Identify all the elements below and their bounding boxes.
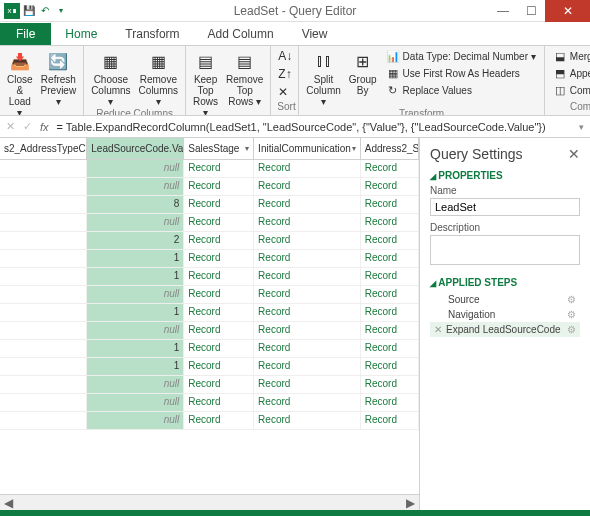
replace-values-button[interactable]: ↻Replace Values: [384, 82, 538, 98]
cell[interactable]: Record: [254, 250, 361, 267]
dropdown-icon[interactable]: ▾: [54, 4, 68, 18]
column-header[interactable]: s2_AddressTypeCo...▾: [0, 138, 87, 159]
cell[interactable]: Record: [254, 376, 361, 393]
cell[interactable]: [0, 394, 87, 411]
cell[interactable]: Record: [361, 412, 419, 429]
cell[interactable]: Record: [361, 214, 419, 231]
formula-dropdown-icon[interactable]: ▾: [579, 122, 584, 132]
append-queries-button[interactable]: ⬒Append Que: [551, 65, 590, 81]
save-icon[interactable]: 💾: [22, 4, 36, 18]
cell[interactable]: Record: [254, 196, 361, 213]
cell[interactable]: Record: [254, 304, 361, 321]
cell[interactable]: Record: [254, 286, 361, 303]
table-row[interactable]: nullRecordRecordRecord: [0, 214, 419, 232]
table-row[interactable]: 1RecordRecordRecord: [0, 268, 419, 286]
sort-asc-button[interactable]: A↓: [277, 48, 293, 64]
cell[interactable]: Record: [184, 286, 254, 303]
cell[interactable]: null: [87, 412, 184, 429]
table-row[interactable]: nullRecordRecordRecord: [0, 394, 419, 412]
table-row[interactable]: 8RecordRecordRecord: [0, 196, 419, 214]
close-load-button[interactable]: 📥Close & Load ▾: [6, 48, 34, 116]
cell[interactable]: [0, 196, 87, 213]
cell[interactable]: Record: [361, 394, 419, 411]
cell[interactable]: null: [87, 322, 184, 339]
column-header[interactable]: SalesStage▾: [184, 138, 254, 159]
cell[interactable]: [0, 376, 87, 393]
table-row[interactable]: 1RecordRecordRecord: [0, 358, 419, 376]
table-row[interactable]: nullRecordRecordRecord: [0, 322, 419, 340]
cell[interactable]: Record: [184, 322, 254, 339]
table-row[interactable]: nullRecordRecordRecord: [0, 376, 419, 394]
cell[interactable]: Record: [361, 196, 419, 213]
cell[interactable]: [0, 358, 87, 375]
table-row[interactable]: nullRecordRecordRecord: [0, 178, 419, 196]
column-header[interactable]: LeadSourceCode.Value▾: [87, 138, 184, 159]
data-type-button[interactable]: 📊Data Type: Decimal Number ▾: [384, 48, 538, 64]
gear-icon[interactable]: ⚙: [567, 294, 576, 305]
combine-binaries-button[interactable]: ◫Combine Bin: [551, 82, 590, 98]
table-row[interactable]: nullRecordRecordRecord: [0, 412, 419, 430]
table-row[interactable]: 1RecordRecordRecord: [0, 304, 419, 322]
remove-columns-button[interactable]: ▦Remove Columns ▾: [138, 48, 179, 108]
cell[interactable]: [0, 268, 87, 285]
cell[interactable]: [0, 178, 87, 195]
cell[interactable]: Record: [254, 160, 361, 177]
cell[interactable]: [0, 286, 87, 303]
cell[interactable]: Record: [254, 214, 361, 231]
applied-step[interactable]: ✕Expand LeadSourceCode⚙: [430, 322, 580, 337]
cell[interactable]: 1: [87, 304, 184, 321]
gear-icon[interactable]: ⚙: [567, 309, 576, 320]
cell[interactable]: [0, 412, 87, 429]
tab-add-column[interactable]: Add Column: [194, 23, 288, 45]
remove-rows-button[interactable]: ▤Remove Top Rows ▾: [225, 48, 264, 108]
fx-icon[interactable]: fx: [40, 121, 49, 133]
cell[interactable]: Record: [184, 268, 254, 285]
delete-step-icon[interactable]: ✕: [434, 324, 442, 335]
cell[interactable]: Record: [184, 412, 254, 429]
maximize-button[interactable]: ☐: [517, 0, 545, 22]
gear-icon[interactable]: ⚙: [567, 324, 576, 335]
cell[interactable]: Record: [184, 304, 254, 321]
cell[interactable]: [0, 304, 87, 321]
table-row[interactable]: nullRecordRecordRecord: [0, 160, 419, 178]
cell[interactable]: Record: [254, 322, 361, 339]
cell[interactable]: null: [87, 178, 184, 195]
close-button[interactable]: ✕: [545, 0, 590, 22]
properties-header[interactable]: PROPERTIES: [430, 170, 580, 181]
table-row[interactable]: 2RecordRecordRecord: [0, 232, 419, 250]
cell[interactable]: Record: [254, 394, 361, 411]
group-by-button[interactable]: ⊞Group By: [348, 48, 378, 97]
table-row[interactable]: 1RecordRecordRecord: [0, 250, 419, 268]
cell[interactable]: 1: [87, 340, 184, 357]
horizontal-scrollbar[interactable]: ◀ ▶: [0, 494, 419, 510]
cell[interactable]: [0, 322, 87, 339]
cell[interactable]: Record: [184, 358, 254, 375]
first-row-headers-button[interactable]: ▦Use First Row As Headers: [384, 65, 538, 81]
cell[interactable]: 1: [87, 250, 184, 267]
tab-file[interactable]: File: [0, 23, 51, 45]
column-filter-icon[interactable]: ▾: [352, 144, 356, 153]
keep-rows-button[interactable]: ▤Keep Top Rows ▾: [192, 48, 219, 116]
cell[interactable]: null: [87, 214, 184, 231]
cell[interactable]: Record: [184, 394, 254, 411]
cell[interactable]: Record: [184, 160, 254, 177]
cell[interactable]: Record: [184, 250, 254, 267]
query-description-input[interactable]: [430, 235, 580, 265]
column-header[interactable]: Address2_Sh▾: [361, 138, 419, 159]
cell[interactable]: [0, 214, 87, 231]
minimize-button[interactable]: —: [489, 0, 517, 22]
table-row[interactable]: 1RecordRecordRecord: [0, 340, 419, 358]
cell[interactable]: Record: [361, 340, 419, 357]
cell[interactable]: Record: [254, 340, 361, 357]
cell[interactable]: Record: [254, 268, 361, 285]
cell[interactable]: null: [87, 160, 184, 177]
cell[interactable]: Record: [254, 358, 361, 375]
applied-step[interactable]: Source⚙: [430, 292, 580, 307]
cell[interactable]: Record: [184, 214, 254, 231]
cell[interactable]: Record: [361, 304, 419, 321]
cell[interactable]: 2: [87, 232, 184, 249]
column-header[interactable]: InitialCommunication▾: [254, 138, 361, 159]
cell[interactable]: Record: [254, 412, 361, 429]
applied-step[interactable]: Navigation⚙: [430, 307, 580, 322]
table-row[interactable]: nullRecordRecordRecord: [0, 286, 419, 304]
